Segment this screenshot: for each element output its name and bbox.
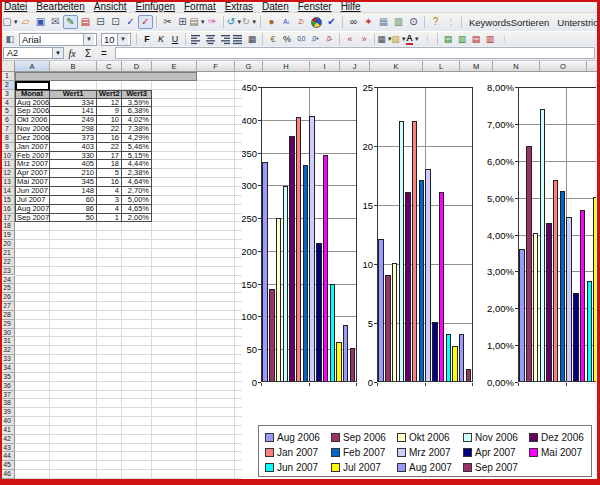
background-color-icon[interactable]: ▨▼ <box>392 33 406 46</box>
align-right-icon[interactable] <box>217 33 231 46</box>
italic-button[interactable]: K <box>154 33 168 46</box>
row-header-41[interactable]: 41 <box>0 426 15 435</box>
table-cell[interactable]: 3,59% <box>122 99 152 108</box>
select-all-corner[interactable] <box>0 61 15 72</box>
chart-legend[interactable]: Aug 2006Sep 2006Okt 2006Nov 2006Dez 2006… <box>258 425 592 477</box>
table-cell[interactable]: 18 <box>97 160 122 169</box>
column-header-F[interactable]: F <box>197 61 235 72</box>
table-cell[interactable]: 345 <box>50 178 97 187</box>
table-cell[interactable]: 86 <box>50 205 97 214</box>
merge-cells-icon[interactable]: ▦ <box>245 33 259 46</box>
table-cell[interactable]: 17 <box>97 152 122 161</box>
row-header-21[interactable]: 21 <box>0 249 15 258</box>
table-cell[interactable]: 210 <box>50 169 97 178</box>
align-left-icon[interactable] <box>189 33 203 46</box>
row-header-5[interactable]: 5 <box>0 107 15 116</box>
data-sources-icon[interactable]: ▥ <box>391 15 406 29</box>
table-cell[interactable]: 403 <box>50 143 97 152</box>
row-header-23[interactable]: 23 <box>0 267 15 276</box>
row-header-17[interactable]: 17 <box>0 214 15 223</box>
row-header-22[interactable]: 22 <box>0 258 15 267</box>
column-header-D[interactable]: D <box>122 61 152 72</box>
function-icon[interactable]: = <box>97 48 111 59</box>
column-header-A[interactable]: A <box>15 61 50 72</box>
dropdown-arrow-icon[interactable]: ▼ <box>251 19 257 25</box>
row-header-4[interactable]: 4 <box>0 99 15 108</box>
chart-plot-area-2[interactable] <box>377 87 473 382</box>
row-header-43[interactable]: 43 <box>0 444 15 453</box>
chart-plot-area-3[interactable] <box>518 87 596 382</box>
menu-item-bearbeiten[interactable]: Bearbeiten <box>36 1 84 12</box>
insert-column-icon[interactable]: ▥ <box>455 33 469 46</box>
table-cell[interactable]: Okt 2006 <box>15 116 50 125</box>
borders-icon[interactable]: ▦▼ <box>378 33 392 46</box>
row-header-31[interactable]: 31 <box>0 337 15 346</box>
name-box[interactable]: A2 ▼ <box>3 47 64 59</box>
styles-icon[interactable]: ◧ <box>3 33 17 46</box>
spreadsheet[interactable]: ABCDEFGHIJKLMNO 123456789101112131415161… <box>0 61 598 479</box>
table-cell[interactable]: 334 <box>50 99 97 108</box>
undo-icon[interactable]: ↺▼ <box>227 15 242 29</box>
sum-icon[interactable]: Σ <box>81 48 95 59</box>
table-cell[interactable]: Sep 2007 <box>15 214 50 223</box>
percent-format-icon[interactable]: % <box>280 33 294 46</box>
table-cell[interactable]: Sep 2006 <box>15 107 50 116</box>
row-header-34[interactable]: 34 <box>0 364 15 373</box>
check-icon[interactable]: ✔ <box>324 15 339 29</box>
table-cell[interactable]: 5,46% <box>122 143 152 152</box>
chart-icon[interactable] <box>309 15 324 29</box>
table-header-cell[interactable]: Wert2 <box>97 90 122 99</box>
sort-descending-icon[interactable]: Z↑ <box>294 15 309 29</box>
row-header-3[interactable]: 3 <box>0 90 15 99</box>
row-header-7[interactable]: 7 <box>0 125 15 134</box>
menu-item-daten[interactable]: Daten <box>262 1 289 12</box>
table-cell[interactable]: 141 <box>50 107 97 116</box>
open-icon[interactable]: ▱ <box>18 15 33 29</box>
table-cell[interactable]: 4,44% <box>122 160 152 169</box>
page-preview-icon[interactable]: ⊡ <box>108 15 123 29</box>
paste-icon[interactable]: ▤▼ <box>190 15 205 29</box>
table-cell[interactable]: 16 <box>97 178 122 187</box>
row-header-24[interactable]: 24 <box>0 276 15 285</box>
row-header-20[interactable]: 20 <box>0 240 15 249</box>
table-cell[interactable]: 4,29% <box>122 134 152 143</box>
row-header-44[interactable]: 44 <box>0 452 15 461</box>
column-header-H[interactable]: H <box>263 61 310 72</box>
new-document-icon[interactable]: ▢▼ <box>3 15 18 29</box>
column-header-L[interactable]: L <box>423 61 460 72</box>
table-cell[interactable]: 10 <box>97 116 122 125</box>
column-header-M[interactable]: M <box>460 61 493 72</box>
menu-item-datei[interactable]: Datei <box>4 1 27 12</box>
table-header-cell[interactable]: Wert3 <box>122 90 152 99</box>
currency-format-icon[interactable]: € <box>266 33 280 46</box>
redo-icon[interactable]: ↻▼ <box>242 15 257 29</box>
row-header-13[interactable]: 13 <box>0 178 15 187</box>
column-header-K[interactable]: K <box>370 61 423 72</box>
table-cell[interactable]: 4,65% <box>122 205 152 214</box>
chart-plot-area-1[interactable] <box>261 87 357 382</box>
row-header-18[interactable]: 18 <box>0 222 15 231</box>
table-cell[interactable]: 2,00% <box>122 214 152 223</box>
table-cell[interactable]: 2,38% <box>122 169 152 178</box>
column-header-J[interactable]: J <box>340 61 370 72</box>
table-cell[interactable]: Jun 2007 <box>15 187 50 196</box>
table-cell[interactable]: 22 <box>97 125 122 134</box>
row-header-8[interactable]: 8 <box>0 134 15 143</box>
table-cell[interactable]: 249 <box>50 116 97 125</box>
standard-format-icon[interactable]: 0,0 <box>294 33 308 46</box>
gallery-icon[interactable]: ▦ <box>376 15 391 29</box>
table-cell[interactable]: 148 <box>50 187 97 196</box>
row-header-6[interactable]: 6 <box>0 116 15 125</box>
table-cell[interactable]: 7,38% <box>122 125 152 134</box>
column-header-N[interactable]: N <box>493 61 540 72</box>
table-cell[interactable]: Feb 2007 <box>15 152 50 161</box>
column-header-E[interactable]: E <box>152 61 197 72</box>
column-header-O[interactable]: O <box>540 61 587 72</box>
table-cell[interactable]: Mai 2007 <box>15 178 50 187</box>
table-cell[interactable]: 4,02% <box>122 116 152 125</box>
column-header-G[interactable]: G <box>235 61 263 72</box>
row-header-16[interactable]: 16 <box>0 205 15 214</box>
font-size-combo[interactable]: 10▼ <box>101 33 131 46</box>
table-header-cell[interactable]: Monat <box>15 90 50 99</box>
table-header-cell[interactable]: Wert1 <box>50 90 97 99</box>
